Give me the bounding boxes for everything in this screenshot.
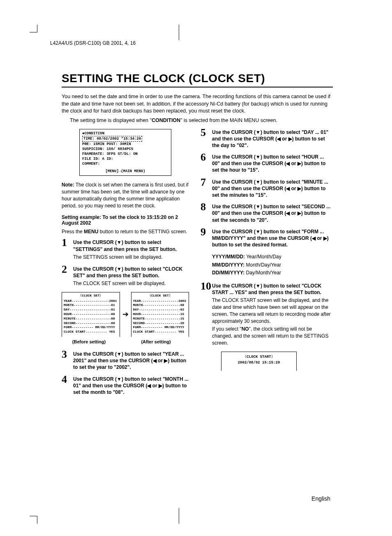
intro-paragraph: You need to set the date and time in ord… [62,93,333,115]
condition-label: CONDITION [152,117,180,123]
osd-line: DAY---------------------02 [133,308,187,312]
text: " is selected from the MAIN MENU screen. [180,117,277,123]
osd-line: MINUTE------------------00 [64,317,118,321]
format-label: DD/MM/YYYY: [212,270,244,276]
step-number: 8 [201,201,206,213]
caption-before: (Before setting) [62,339,116,344]
crop-mark-icon [179,508,179,524]
right-column: 5 Use the CURSOR (▼) button to select "D… [201,129,332,401]
step-number: 9 [201,226,206,238]
osd-line: CLOCK START----------- YES [133,330,187,334]
note-label: Note: [62,182,74,188]
osd-line: FILE ID: A ID: [82,156,168,161]
osd-line: CLOCK START----------- YES [64,330,118,334]
clock-start-osd: 〈CLOCK START〉 2002/08/02 15:15:20 [221,352,297,371]
step-title: Use the CURSOR (▼) button to select "SEC… [212,203,332,223]
caption-after: (After setting) [129,339,183,344]
osd-line: COMMENT: [82,161,168,166]
step-5: 5 Use the CURSOR (▼) button to select "D… [201,129,332,149]
step-4: 4 Use the CURSOR (▼) button to select "M… [62,376,189,396]
osd-line: YEAR-------------------2001 [64,299,118,304]
arrow-right-icon: ➔ [122,310,129,319]
manual-page: L42A4/US (DSR-C100) GB 2001, 4, 16 SETTI… [0,0,392,536]
press-menu-text: Press the MENU button to return to the S… [62,228,189,235]
text: If you select " [212,326,242,332]
osd-line: SUSPICION: 150/ 6834PCS [82,147,168,152]
step-1: 1 Use the CURSOR (▼) button to select "S… [62,239,189,260]
step-number: 7 [201,176,206,189]
text: The setting time is displayed when " [70,117,152,123]
osd-line: 2002/08/02 15:15:20 [224,360,294,366]
text: Press the [62,229,84,235]
crop-mark-icon [30,25,37,32]
osd-line: MINUTE------------------15 [133,317,187,321]
format-label: YYYY/MM/DD: [212,254,245,260]
step-number: 2 [62,263,67,276]
step-body: The CLOCK SET screen will be displayed. [73,280,189,287]
osd-line: ◆CONDITION [82,131,168,136]
osd-heading: 〈CLOCK SET〉 [64,294,118,298]
step-number: 4 [62,373,67,386]
left-column: ◆CONDITION TIME: 08/02/2002 *15:34:26 PR… [62,129,189,401]
osd-line: SECOND------------------00 [64,321,118,326]
step-title: Use the CURSOR (▼) button to select "SET… [73,239,189,252]
step-8: 8 Use the CURSOR (▼) button to select "S… [201,203,332,223]
osd-heading: 〈CLOCK START〉 [224,354,294,360]
format-desc: Year/Month/Day [245,254,281,260]
step-title: Use the CURSOR (▼) button to select "DAY… [212,129,332,149]
crop-mark-icon [30,516,37,524]
note-text: The clock is set when the camera is firs… [62,182,189,208]
osd-line: SECOND------------------20 [133,321,187,326]
note-block: Note: The clock is set when the camera i… [62,182,189,209]
step-number: 3 [62,348,67,361]
clock-set-after: 〈CLOCK SET〉 YEAR-------------------2002 … [131,292,189,337]
step-title: Use the CURSOR (▼) button to select "YEA… [73,351,189,371]
clock-set-before: 〈CLOCK SET〉 YEAR-------------------2001 … [62,292,120,337]
text: button to return to the SETTING screen. [98,229,187,235]
step-title: Use the CURSOR (▼) button to select "HOU… [212,154,332,174]
osd-line: HOUR--------------------15 [133,312,187,317]
format-desc: Month/Day/Year [244,262,281,268]
osd-line: PRE: 15MIN POST: 30MIN [82,142,168,147]
osd-line: MONTH-------------------01 [64,303,118,308]
step-title: Use the CURSOR (▼) button to select "FOR… [212,228,332,248]
step-number: 6 [201,151,206,163]
step-title: Use the CURSOR (▼) button to select "MIN… [212,179,332,199]
osd-line: FORM----------- MM/DD/YYYY [133,325,187,330]
step-title: Use the CURSOR (▼) button to select "CLO… [73,266,189,279]
step-7: 7 Use the CURSOR (▼) button to select "M… [201,179,332,199]
format-label: MM/DD/YYYY: [212,262,244,268]
no-label: NO [242,326,249,332]
step-body: The SETTINGS screen will be displayed. [73,254,189,261]
osd-time-line: TIME: 08/02/2002 *15:34:26 [82,136,142,142]
step-9: 9 Use the CURSOR (▼) button to select "F… [201,228,332,248]
osd-line: DAY---------------------01 [64,308,118,312]
menu-label: MENU [84,229,98,235]
header-info: L42A4/US (DSR-C100) GB 2001, 4, 16 [50,40,136,46]
osd-line: FRAMERATE: 3FPS ST/DL: ON [82,152,168,156]
step-6: 6 Use the CURSOR (▼) button to select "H… [201,154,332,174]
language-label: English [311,495,330,502]
example-heading: Setting example: To set the clock to 15:… [62,214,189,226]
page-title: SETTING THE CLOCK (CLOCK SET) [62,72,333,87]
step-number: 5 [201,127,206,139]
step-10: 10 Use the CURSOR (▼) button to select "… [201,283,332,347]
clock-set-screens: 〈CLOCK SET〉 YEAR-------------------2001 … [62,292,189,337]
intro-subparagraph: The setting time is displayed when "COND… [70,117,333,123]
content-area: SETTING THE CLOCK (CLOCK SET) You need t… [62,72,333,400]
clock-set-captions: (Before setting) (After setting) [62,339,189,344]
osd-line: FORM----------- MM/DD/YYYY [64,325,118,330]
format-desc: Day/Month/Year [244,270,281,276]
step-number: 10 [201,280,211,292]
crop-mark-icon [179,25,179,40]
condition-osd: ◆CONDITION TIME: 08/02/2002 *15:34:26 PR… [79,129,171,176]
osd-line: HOUR--------------------00 [64,312,118,317]
date-formats: YYYY/MM/DD: Year/Month/Day MM/DD/YYYY: M… [212,253,332,277]
osd-footer: [MENU]→(MAIN MENU) [80,169,171,174]
step-title: Use the CURSOR (▼) button to select "MON… [73,376,189,396]
step-3: 3 Use the CURSOR (▼) button to select "Y… [62,351,189,371]
osd-line: YEAR-------------------2002 [133,299,187,304]
osd-line: MONTH-------------------08 [133,303,187,308]
step-2: 2 Use the CURSOR (▼) button to select "C… [62,266,189,287]
step-title: Use the CURSOR (▼) button to select "CLO… [212,283,332,296]
